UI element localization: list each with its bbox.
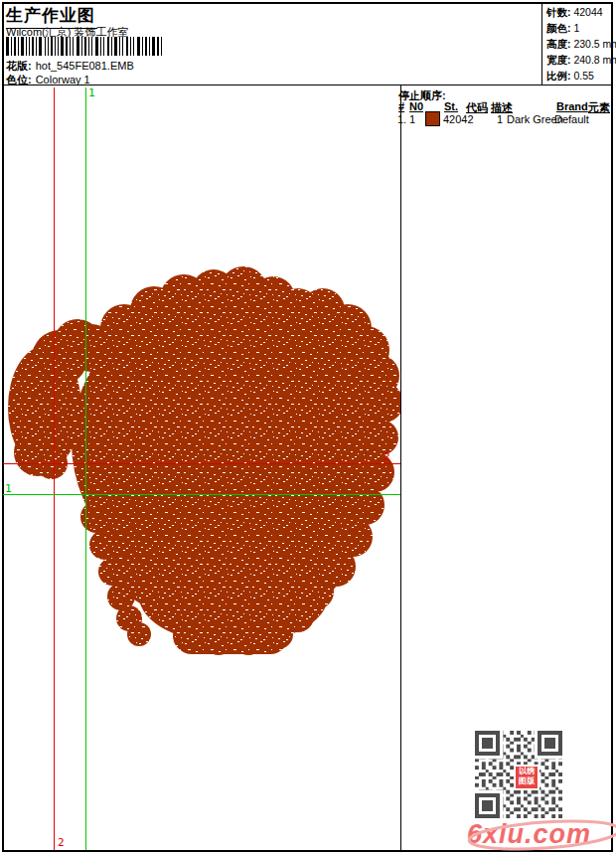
stitch-count-row: 针数: 42044: [546, 4, 613, 20]
stop-sequence-panel: 停止顺序: # N0 St. 代码 描述 Brand 元素 1. 1 42042…: [395, 86, 614, 128]
design-info-panel: 针数: 42044 颜色: 1 高度: 230.5 mm 宽度: 240.8 m…: [541, 2, 613, 86]
col-brand: Brand: [556, 100, 588, 112]
guide-horizontal-red: [3, 463, 400, 464]
qr-logo-line2: 图版: [516, 776, 538, 786]
row-code: 1: [497, 113, 503, 125]
colorway-label: 色位:: [6, 74, 32, 86]
design-file-value: hot_545FE081.EMB: [36, 60, 134, 72]
design-file-label: 花版:: [6, 60, 32, 72]
panel-divider-line: [400, 86, 401, 851]
col-n0: N0: [409, 100, 423, 112]
height-row: 高度: 230.5 mm: [546, 36, 613, 52]
guide-horizontal-green: [3, 494, 400, 495]
guide-vertical-green: [85, 87, 86, 850]
row-brand: Default: [554, 113, 589, 125]
col-element: 元素: [588, 100, 610, 115]
design-file-row: 花版:hot_545FE081.EMB: [6, 59, 134, 74]
marker-start-top: 1: [88, 86, 95, 99]
colorway-value: Colorway 1: [36, 74, 90, 86]
row-n0: 1: [409, 113, 415, 125]
embroidery-design-graphic: [3, 86, 400, 851]
watermark-swoosh: [457, 805, 616, 855]
marker-stop-bottom: 2: [58, 836, 65, 849]
barcode: [6, 37, 163, 56]
row-st: 42042: [443, 113, 474, 125]
qr-center-logo: 以绣 图版: [514, 765, 539, 790]
scale-row: 比例: 0.55: [546, 68, 613, 84]
col-st: St.: [444, 100, 458, 112]
qr-logo-line1: 以绣: [516, 767, 538, 776]
thread-color-swatch: [425, 111, 440, 126]
marker-start-left: 1: [5, 482, 12, 495]
color-count-row: 颜色: 1: [546, 20, 613, 36]
marker-stop-right: 2: [384, 450, 390, 463]
guide-vertical-red: [54, 87, 55, 850]
width-row: 宽度: 240.8 mm: [546, 52, 613, 68]
production-worksheet-page: { "header": { "title": "生产作业图", "subtitl…: [0, 0, 616, 855]
